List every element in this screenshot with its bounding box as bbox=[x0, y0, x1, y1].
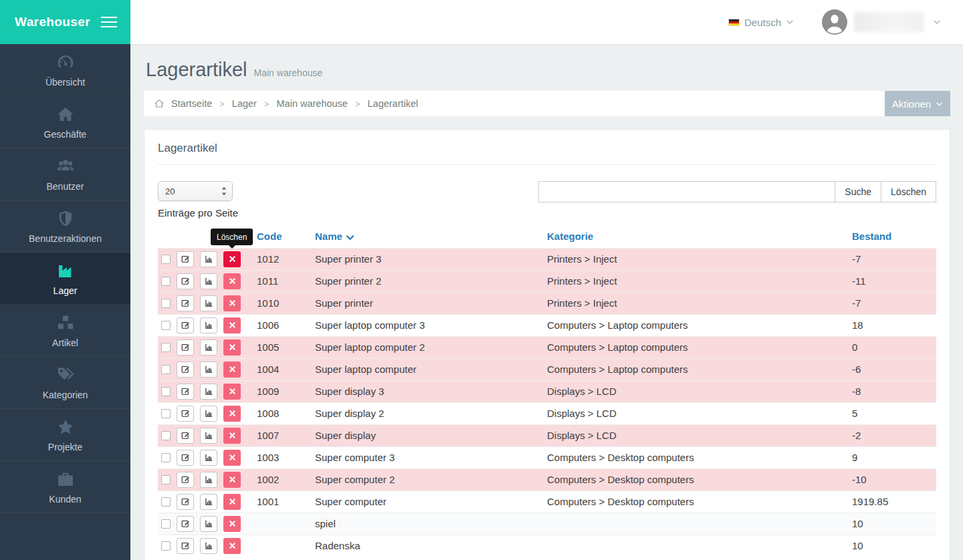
edit-button[interactable] bbox=[177, 494, 194, 510]
delete-button[interactable] bbox=[223, 538, 241, 554]
chart-button[interactable] bbox=[200, 317, 217, 333]
cell-stock: -7 bbox=[852, 292, 936, 314]
row-checkbox[interactable] bbox=[161, 365, 171, 374]
row-checkbox[interactable] bbox=[161, 475, 171, 484]
row-checkbox[interactable] bbox=[161, 431, 171, 440]
delete-button[interactable] bbox=[223, 406, 241, 422]
column-header-code[interactable]: Code bbox=[257, 228, 315, 248]
delete-button[interactable] bbox=[223, 516, 241, 532]
row-checkbox[interactable] bbox=[161, 299, 171, 308]
search-input[interactable] bbox=[538, 181, 835, 202]
edit-button[interactable] bbox=[177, 450, 194, 466]
chart-button[interactable] bbox=[200, 428, 217, 444]
edit-button[interactable] bbox=[177, 251, 194, 267]
chart-button[interactable] bbox=[200, 516, 217, 532]
search-button[interactable]: Suche bbox=[835, 181, 881, 202]
chart-button[interactable] bbox=[200, 450, 217, 466]
delete-button[interactable] bbox=[223, 494, 241, 510]
row-checkbox[interactable] bbox=[161, 497, 171, 507]
edit-button[interactable] bbox=[177, 472, 194, 488]
breadcrumb-separator: > bbox=[355, 99, 360, 109]
row-checkbox[interactable] bbox=[161, 387, 171, 396]
breadcrumb-current: Lagerartikel bbox=[368, 98, 419, 109]
delete-button[interactable] bbox=[223, 428, 241, 444]
row-checkbox[interactable] bbox=[161, 277, 171, 286]
chart-button[interactable] bbox=[200, 339, 217, 356]
table-row: 1008 Super display 2 Displays > LCD 5 bbox=[158, 402, 936, 424]
edit-button[interactable] bbox=[177, 295, 194, 311]
sidebar-item-benutzer[interactable]: Benutzer bbox=[0, 148, 130, 200]
chart-button[interactable] bbox=[200, 494, 217, 510]
delete-button[interactable] bbox=[223, 317, 241, 333]
delete-button[interactable] bbox=[223, 295, 241, 311]
edit-button[interactable] bbox=[177, 538, 194, 554]
cell-name: Super display 3 bbox=[315, 380, 547, 402]
delete-button[interactable] bbox=[223, 251, 241, 267]
delete-button[interactable] bbox=[223, 362, 241, 378]
edit-button[interactable] bbox=[177, 428, 194, 444]
chart-button[interactable] bbox=[200, 384, 217, 400]
sidebar-item-lager[interactable]: Lager bbox=[0, 253, 130, 305]
sidebar-item-projekte[interactable]: Projekte bbox=[0, 409, 130, 461]
delete-button[interactable] bbox=[223, 384, 241, 400]
chart-button[interactable] bbox=[200, 472, 217, 488]
sidebar-item-kategorien[interactable]: Kategorien bbox=[0, 357, 130, 409]
cell-code: 1012 bbox=[257, 248, 315, 270]
column-header-name[interactable]: Name bbox=[315, 228, 547, 248]
breadcrumb-link-main-warehouse[interactable]: Main warehouse bbox=[277, 98, 348, 109]
clear-search-button[interactable]: Löschen bbox=[881, 181, 936, 202]
sidebar-item-übersicht[interactable]: Übersicht bbox=[0, 44, 130, 96]
row-checkbox[interactable] bbox=[161, 343, 171, 352]
row-checkbox[interactable] bbox=[161, 409, 171, 418]
edit-button[interactable] bbox=[177, 516, 194, 532]
brand-header[interactable]: Warehouser bbox=[0, 0, 130, 44]
row-checkbox[interactable] bbox=[161, 519, 171, 529]
page-subtitle: Main warehouse bbox=[254, 67, 323, 78]
home-icon bbox=[154, 98, 165, 109]
cell-name: Super computer 3 bbox=[315, 446, 547, 468]
sidebar-item-label: Projekte bbox=[48, 442, 82, 452]
cell-category: Displays > LCD bbox=[547, 380, 852, 402]
edit-button[interactable] bbox=[177, 339, 194, 356]
edit-button[interactable] bbox=[177, 384, 194, 400]
hamburger-icon[interactable] bbox=[101, 17, 117, 27]
delete-button[interactable] bbox=[223, 450, 241, 466]
column-header-kategorie[interactable]: Kategorie bbox=[547, 228, 852, 248]
actions-dropdown-button[interactable]: Aktionen bbox=[885, 91, 950, 116]
page-title: Lagerartikel bbox=[146, 59, 247, 81]
delete-button[interactable] bbox=[223, 339, 241, 356]
chart-button[interactable] bbox=[200, 273, 217, 289]
edit-button[interactable] bbox=[177, 273, 194, 289]
language-selector[interactable]: Deutsch bbox=[728, 17, 794, 28]
cell-category: Computers > Desktop computers bbox=[547, 446, 852, 468]
row-checkbox[interactable] bbox=[161, 321, 171, 330]
breadcrumb-link-lager[interactable]: Lager bbox=[232, 98, 257, 109]
chart-button[interactable] bbox=[200, 295, 217, 311]
cell-name: Super computer bbox=[315, 491, 547, 513]
stock-items-table: Code Name Kategorie Bestand 10 bbox=[158, 228, 936, 557]
column-header-bestand[interactable]: Bestand bbox=[852, 228, 936, 248]
breadcrumb-link-startseite[interactable]: Startseite bbox=[171, 98, 212, 109]
edit-button[interactable] bbox=[177, 406, 194, 422]
chevron-down-icon bbox=[786, 19, 794, 25]
row-checkbox[interactable] bbox=[161, 541, 171, 551]
delete-button[interactable] bbox=[223, 273, 241, 289]
delete-button[interactable] bbox=[223, 472, 241, 488]
cell-name: Super printer 2 bbox=[315, 270, 547, 292]
sidebar-item-artikel[interactable]: Artikel bbox=[0, 305, 130, 357]
table-row: 1012 Super printer 3 Printers > Inject -… bbox=[158, 248, 936, 270]
chart-button[interactable] bbox=[200, 406, 217, 422]
edit-button[interactable] bbox=[177, 362, 194, 378]
per-page-select[interactable]: 20 bbox=[158, 181, 233, 201]
row-checkbox[interactable] bbox=[161, 255, 171, 264]
dashboard-icon bbox=[56, 52, 76, 72]
chart-button[interactable] bbox=[200, 251, 217, 267]
sidebar-item-benutzeraktionen[interactable]: Benutzeraktionen bbox=[0, 200, 130, 253]
chart-button[interactable] bbox=[200, 538, 217, 554]
chart-button[interactable] bbox=[200, 362, 217, 378]
sidebar-item-geschäfte[interactable]: Geschäfte bbox=[0, 96, 130, 148]
user-menu[interactable] bbox=[822, 9, 941, 35]
row-checkbox[interactable] bbox=[161, 453, 171, 462]
sidebar-item-kunden[interactable]: Kunden bbox=[0, 461, 130, 513]
edit-button[interactable] bbox=[177, 317, 194, 333]
